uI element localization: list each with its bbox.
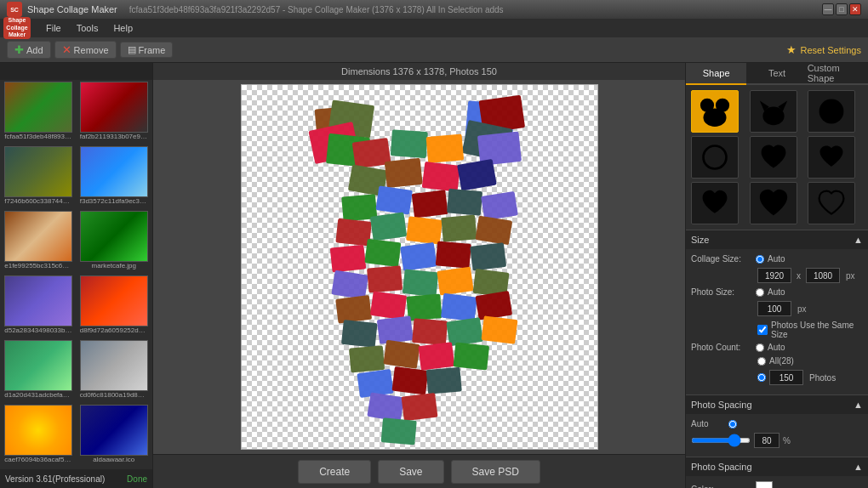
border-color-swatch[interactable] [756,481,773,488]
tab-text[interactable]: Text [746,63,807,85]
collage-size-auto-label: Auto [768,254,785,264]
same-size-checkbox[interactable] [757,325,768,335]
save-psd-button[interactable]: Save PSD [451,460,540,484]
menu-tools[interactable]: Tools [70,21,106,35]
canvas[interactable] [241,84,598,450]
thumbnail-image-10 [4,405,72,456]
thumbnail-label-7: d8f9d72a6059252d95c2260a3598033b5 a35b99… [80,326,148,334]
tab-shape[interactable]: Shape [686,63,746,85]
frame-button[interactable]: ▤ Frame [120,42,174,58]
border-color-row: Color: [691,481,863,488]
shape-cell-heart-outline[interactable] [808,182,855,224]
create-button[interactable]: Create [298,460,371,484]
photo-count-all-label: All(28) [769,356,794,366]
thumbnail-image-9 [80,340,148,391]
spacing-auto-radio[interactable] [728,420,737,428]
titlebar-controls: — □ ✕ [822,3,861,15]
spacing-value-input[interactable] [754,433,779,448]
shape-cell-cat[interactable] [750,90,797,133]
photos-label: Photos [809,373,836,383]
app-logo: ShapeCollageMaker [3,17,31,39]
photo-size-auto-radio[interactable] [756,288,764,297]
photo-count-input[interactable] [769,370,803,385]
photo-count-custom-radio[interactable] [757,373,766,382]
thumbnail-grid: fcfaa51f3deb48f893a3fa921f3a2292d57 572.… [0,80,152,469]
svg-rect-10 [425,133,464,162]
shape-cell-mickey[interactable] [691,90,739,133]
photo-size-row: Photo Size: Auto [691,287,863,297]
shape-cell-circle-outline[interactable] [691,136,739,179]
collage-height-input[interactable] [806,268,840,283]
shape-cell-circle[interactable] [808,90,855,133]
collage-size-custom-row: x px [757,268,863,283]
thumbnail-image-1 [80,82,148,133]
menubar: ShapeCollageMaker File Tools Help [0,19,868,37]
spacing-section-header[interactable]: Photo Spacing ▲ [686,395,868,414]
photo-size-px: px [797,304,807,314]
thumbnail-item-1[interactable]: faf2b2119313b07e9c796b060ed791239 6dd80d… [77,82,151,145]
svg-rect-16 [375,186,412,215]
titlebar-title: Shape Collage Maker [27,4,117,14]
photo-count-auto-radio[interactable] [756,343,764,352]
thumbnail-item-0[interactable]: fcfaa51f3deb48f893a3fa921f3a2292d57 572.… [2,82,76,145]
svg-rect-41 [376,315,413,343]
thumbnail-item-6[interactable]: d52a28343498033b1e44bc764f17ce36d3 d439b… [2,275,76,338]
thumbnail-item-10[interactable]: caef76094b36acaf58225d9e7ed88d100 1999c7… [2,405,76,468]
thumbnail-item-9[interactable]: cd0f6c81800a19d84f0806b131fa826ba0b 1e46… [77,340,151,403]
spacing-slider[interactable] [691,438,751,443]
left-panel-header [0,63,152,80]
size-section-header[interactable]: Size ▲ [686,230,868,249]
thumbnail-item-3[interactable]: f3d3572c11dfa9ec3dc213360d0f07039 8fc182… [77,146,151,209]
svg-rect-24 [475,216,512,246]
thumbnail-item-4[interactable]: e1fe99255bc315c60bf5a50e18fb1cb1348 5477… [2,211,76,274]
thumbnail-image-4 [4,211,72,262]
thumbnail-item-2[interactable]: f7246b600c338744ab1213c5600fd99d8 2ca067… [2,146,76,209]
add-button[interactable]: ✚ Add [7,41,51,59]
shape-cell-heart4[interactable] [750,182,797,224]
svg-rect-52 [367,392,404,422]
thumbnail-label-2: f7246b600c338744ab1213c5600fd99d8 2ca067… [4,197,72,205]
menu-help[interactable]: Help [106,21,140,35]
border-section: Photo Spacing ▲ Color: Width: % [686,457,868,488]
thumbnail-image-0 [4,82,72,133]
menu-file[interactable]: File [39,21,68,35]
size-section: Size ▲ Collage Size: Auto x px P [686,230,868,394]
thumbnail-image-5 [80,211,148,262]
collage-width-input[interactable] [757,268,791,283]
canvas-area[interactable] [153,80,685,454]
spacing-section: Photo Spacing ▲ Auto % [686,394,868,457]
svg-point-62 [704,146,727,169]
svg-rect-45 [349,345,385,372]
svg-rect-46 [383,340,420,369]
shape-cell-heart2[interactable] [808,136,855,179]
collage-px-label: px [846,271,855,281]
svg-rect-42 [412,318,448,345]
titlebar: SC Shape Collage Maker fcfaa51f3deb48f69… [0,0,868,19]
thumbnail-item-7[interactable]: d8f9d72a6059252d95c2260a3598033b5 a35b99… [77,275,151,338]
maximize-button[interactable]: □ [836,3,848,15]
photo-size-input[interactable] [757,301,791,316]
reset-settings-button[interactable]: Reset Settings [800,45,861,55]
thumbnail-image-8 [4,340,72,391]
spacing-section-content: Auto % [686,414,868,457]
shape-cell-heart1[interactable] [750,136,797,179]
svg-point-60 [762,107,784,126]
star-icon: ★ [786,43,797,56]
collage-size-auto-radio[interactable] [756,255,764,264]
tab-custom-shape[interactable]: Custom Shape [808,63,868,85]
photo-count-all-radio[interactable] [757,357,766,366]
border-section-header[interactable]: Photo Spacing ▲ [686,457,868,476]
remove-button[interactable]: ✕ Remove [54,41,117,59]
thumbnail-image-11 [80,405,148,456]
thumbnail-item-11[interactable]: aldaawaar.ico [77,405,151,468]
thumbnail-label-10: caef76094b36acaf58225d9e7ed88d100 1999c7… [4,456,72,463]
collage-size-label: Collage Size: [691,254,752,264]
svg-rect-21 [369,212,406,241]
close-button[interactable]: ✕ [849,3,861,15]
save-button[interactable]: Save [378,460,443,484]
thumbnail-label-1: faf2b2119313b07e9c796b060ed791239 6dd80d… [80,133,148,140]
thumbnail-item-5[interactable]: marketcafe.jpg [77,211,151,274]
shape-cell-heart3[interactable] [691,182,739,224]
thumbnail-item-8[interactable]: d1a20d431adcbefa2f1d057aea2edda22 c999a.… [2,340,76,403]
minimize-button[interactable]: — [822,3,834,15]
